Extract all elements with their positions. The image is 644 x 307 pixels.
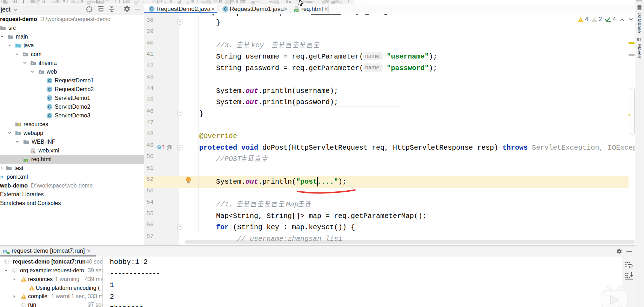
svg-text:C: C: [150, 7, 153, 12]
svg-text:m: m: [0, 174, 3, 179]
svg-text:H: H: [295, 9, 297, 12]
svg-text:H: H: [25, 159, 27, 163]
svg-text:m: m: [3, 248, 7, 254]
svg-text:@: @: [166, 144, 173, 151]
svg-text:C: C: [224, 7, 227, 12]
